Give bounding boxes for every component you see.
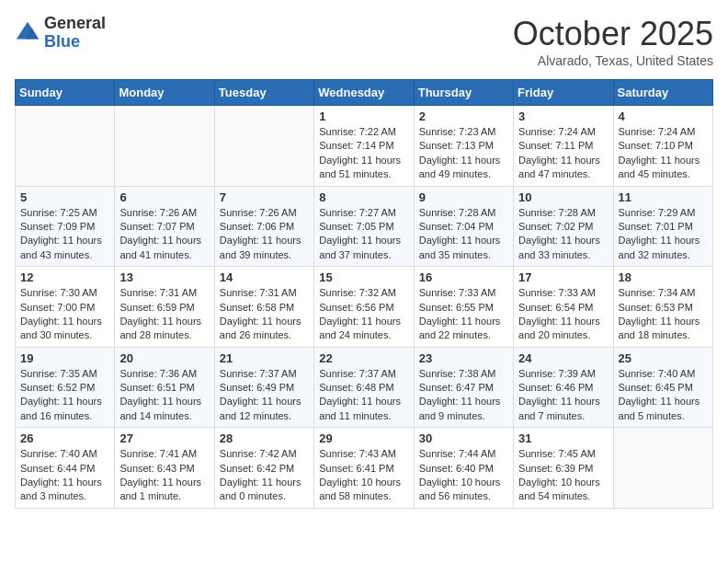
cell-line: Daylight: 11 hours and 33 minutes. (518, 234, 608, 262)
cell-line: Sunrise: 7:22 AM (319, 125, 408, 139)
day-number: 29 (319, 431, 408, 445)
calendar-cell: 20Sunrise: 7:36 AMSunset: 6:51 PMDayligh… (115, 347, 214, 428)
cell-line: Sunrise: 7:27 AM (319, 206, 408, 220)
day-number: 24 (518, 351, 608, 365)
cell-line: Sunrise: 7:23 AM (419, 125, 508, 139)
cell-line: Daylight: 11 hours and 7 minutes. (518, 395, 608, 423)
cell-line: Sunrise: 7:28 AM (518, 206, 608, 220)
day-number: 26 (20, 431, 109, 445)
cell-line: Sunrise: 7:24 AM (619, 125, 708, 139)
calendar-cell: 12Sunrise: 7:30 AMSunset: 7:00 PMDayligh… (16, 267, 115, 348)
cell-content: Sunrise: 7:32 AMSunset: 6:56 PMDaylight:… (319, 286, 408, 343)
day-number: 4 (619, 109, 708, 123)
day-number: 3 (518, 109, 608, 123)
cell-line: Sunset: 6:45 PM (619, 381, 708, 395)
cell-line: Sunset: 6:59 PM (119, 301, 209, 315)
page-header: General Blue October 2025 Alvarado, Texa… (15, 15, 713, 68)
day-number: 30 (419, 431, 508, 445)
cell-line: Sunrise: 7:30 AM (20, 286, 109, 300)
cell-line: Daylight: 11 hours and 49 minutes. (419, 154, 508, 182)
cell-content: Sunrise: 7:38 AMSunset: 6:47 PMDaylight:… (419, 367, 508, 424)
cell-line: Sunrise: 7:40 AM (20, 447, 109, 461)
cell-line: Daylight: 11 hours and 24 minutes. (319, 315, 408, 343)
cell-content: Sunrise: 7:36 AMSunset: 6:51 PMDaylight:… (119, 367, 209, 424)
cell-line: Sunset: 6:48 PM (319, 381, 408, 395)
day-number: 14 (220, 270, 309, 284)
cell-line: Sunset: 7:04 PM (419, 220, 508, 234)
calendar-cell: 27Sunrise: 7:41 AMSunset: 6:43 PMDayligh… (115, 428, 214, 509)
cell-line: Sunrise: 7:32 AM (319, 286, 408, 300)
day-number: 31 (518, 431, 608, 445)
cell-line: Sunset: 7:07 PM (119, 220, 209, 234)
cell-line: Sunset: 6:55 PM (419, 301, 508, 315)
cell-line: Sunrise: 7:31 AM (220, 286, 309, 300)
cell-line: Sunset: 7:00 PM (20, 301, 109, 315)
cell-line: Sunrise: 7:25 AM (20, 206, 109, 220)
day-header-saturday: Saturday (613, 80, 712, 106)
calendar-body: 1Sunrise: 7:22 AMSunset: 7:14 PMDaylight… (16, 106, 713, 509)
day-number: 6 (119, 190, 209, 204)
cell-line: Daylight: 11 hours and 12 minutes. (220, 395, 309, 423)
day-number: 12 (20, 270, 109, 284)
calendar-cell: 21Sunrise: 7:37 AMSunset: 6:49 PMDayligh… (214, 347, 313, 428)
cell-line: Sunrise: 7:37 AM (220, 367, 309, 381)
calendar-cell (16, 106, 115, 187)
cell-content: Sunrise: 7:37 AMSunset: 6:48 PMDaylight:… (319, 367, 408, 424)
calendar-cell: 24Sunrise: 7:39 AMSunset: 6:46 PMDayligh… (514, 347, 613, 428)
cell-content: Sunrise: 7:26 AMSunset: 7:06 PMDaylight:… (220, 206, 309, 263)
cell-line: Sunset: 7:11 PM (518, 139, 608, 153)
cell-content: Sunrise: 7:29 AMSunset: 7:01 PMDaylight:… (619, 206, 708, 263)
calendar-cell: 11Sunrise: 7:29 AMSunset: 7:01 PMDayligh… (613, 186, 712, 267)
calendar-cell: 5Sunrise: 7:25 AMSunset: 7:09 PMDaylight… (16, 186, 115, 267)
day-number: 28 (220, 431, 309, 445)
cell-content: Sunrise: 7:27 AMSunset: 7:05 PMDaylight:… (319, 206, 408, 263)
calendar-cell: 28Sunrise: 7:42 AMSunset: 6:42 PMDayligh… (214, 428, 313, 509)
cell-content: Sunrise: 7:28 AMSunset: 7:04 PMDaylight:… (419, 206, 508, 263)
cell-line: Daylight: 11 hours and 51 minutes. (319, 154, 408, 182)
week-row-5: 26Sunrise: 7:40 AMSunset: 6:44 PMDayligh… (16, 428, 713, 509)
cell-line: Daylight: 10 hours and 56 minutes. (419, 476, 508, 504)
day-headers-row: SundayMondayTuesdayWednesdayThursdayFrid… (16, 80, 713, 106)
day-number: 2 (419, 109, 508, 123)
day-number: 8 (319, 190, 408, 204)
cell-line: Daylight: 11 hours and 16 minutes. (20, 395, 109, 423)
week-row-4: 19Sunrise: 7:35 AMSunset: 6:52 PMDayligh… (16, 347, 713, 428)
logo-blue-text: Blue (44, 33, 106, 52)
calendar-cell: 22Sunrise: 7:37 AMSunset: 6:48 PMDayligh… (314, 347, 414, 428)
calendar-cell (214, 106, 313, 187)
cell-line: Sunset: 6:43 PM (119, 462, 209, 476)
cell-line: Daylight: 11 hours and 26 minutes. (220, 315, 309, 343)
cell-line: Daylight: 11 hours and 0 minutes. (220, 476, 309, 504)
cell-content: Sunrise: 7:24 AMSunset: 7:10 PMDaylight:… (619, 125, 708, 182)
cell-content: Sunrise: 7:40 AMSunset: 6:44 PMDaylight:… (20, 447, 109, 504)
calendar-cell: 17Sunrise: 7:33 AMSunset: 6:54 PMDayligh… (514, 267, 613, 348)
cell-content: Sunrise: 7:33 AMSunset: 6:54 PMDaylight:… (518, 286, 608, 343)
day-number: 7 (220, 190, 309, 204)
cell-line: Sunset: 6:42 PM (220, 462, 309, 476)
calendar-cell: 19Sunrise: 7:35 AMSunset: 6:52 PMDayligh… (16, 347, 115, 428)
week-row-2: 5Sunrise: 7:25 AMSunset: 7:09 PMDaylight… (16, 186, 713, 267)
cell-content: Sunrise: 7:24 AMSunset: 7:11 PMDaylight:… (518, 125, 608, 182)
cell-content: Sunrise: 7:33 AMSunset: 6:55 PMDaylight:… (419, 286, 508, 343)
logo: General Blue (15, 15, 106, 52)
calendar-cell: 31Sunrise: 7:45 AMSunset: 6:39 PMDayligh… (514, 428, 613, 509)
cell-line: Sunset: 6:40 PM (419, 462, 508, 476)
cell-line: Sunset: 7:05 PM (319, 220, 408, 234)
cell-line: Sunset: 7:06 PM (220, 220, 309, 234)
cell-line: Sunset: 7:13 PM (419, 139, 508, 153)
logo-text: General Blue (44, 15, 106, 52)
cell-content: Sunrise: 7:45 AMSunset: 6:39 PMDaylight:… (518, 447, 608, 504)
cell-line: Sunset: 6:41 PM (319, 462, 408, 476)
cell-content: Sunrise: 7:39 AMSunset: 6:46 PMDaylight:… (518, 367, 608, 424)
day-header-sunday: Sunday (16, 80, 115, 106)
day-number: 27 (119, 431, 209, 445)
calendar-cell: 23Sunrise: 7:38 AMSunset: 6:47 PMDayligh… (414, 347, 513, 428)
cell-line: Sunrise: 7:39 AM (518, 367, 608, 381)
cell-line: Daylight: 11 hours and 18 minutes. (619, 315, 708, 343)
day-number: 10 (518, 190, 608, 204)
cell-line: Daylight: 11 hours and 32 minutes. (619, 234, 708, 262)
cell-line: Daylight: 11 hours and 20 minutes. (518, 315, 608, 343)
calendar-header: SundayMondayTuesdayWednesdayThursdayFrid… (16, 80, 713, 106)
calendar-cell: 14Sunrise: 7:31 AMSunset: 6:58 PMDayligh… (214, 267, 313, 348)
cell-line: Sunrise: 7:26 AM (220, 206, 309, 220)
